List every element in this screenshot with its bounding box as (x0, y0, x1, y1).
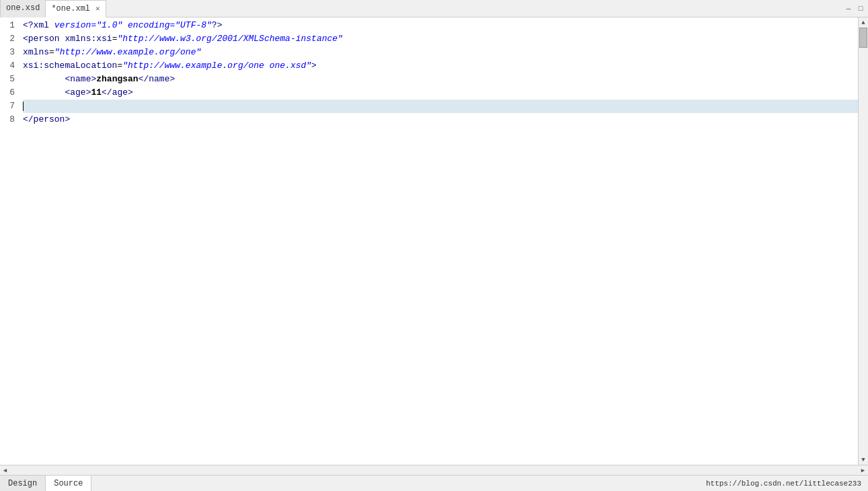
tab-source-bottom[interactable]: Source (46, 476, 91, 492)
bottom-tabs: Design Source (0, 476, 91, 492)
code-line-2: <person xmlns:xsi="http://www.w3.org/200… (23, 32, 858, 46)
maximize-button[interactable]: □ (856, 4, 865, 13)
tab-xml-close[interactable]: ✕ (95, 4, 100, 13)
bottom-bar: Design Source https://blog.csdn.net/litt… (0, 475, 868, 491)
tab-source-label: Source (54, 479, 83, 488)
scroll-left-arrow[interactable]: ◀ (0, 465, 10, 476)
vertical-scrollbar[interactable]: ▲ ▼ (858, 17, 868, 465)
line-num-2: 2 (0, 32, 15, 46)
text-cursor (23, 102, 24, 111)
code-line-8: </person> (23, 113, 858, 126)
tab-bar: one.xsd *one.xml ✕ — □ (0, 0, 868, 17)
scroll-thumb-v[interactable] (859, 28, 867, 48)
code-line-4: xsi:schemaLocation="http://www.example.o… (23, 59, 858, 73)
editor-area: 1 2 3 4 5 6 7 8 <?xml version="1.0" enco… (0, 17, 868, 465)
scroll-up-arrow[interactable]: ▲ (859, 17, 869, 28)
line-num-3: 3 (0, 46, 15, 59)
tab-xml[interactable]: *one.xml ✕ (46, 0, 106, 17)
code-line-5: <name>zhangsan</name> (23, 73, 858, 86)
line-num-6: 6 (0, 86, 15, 100)
horizontal-scrollbar[interactable]: ◀ ▶ (0, 465, 868, 475)
code-line-7 (23, 100, 858, 113)
tab-xsd-label: one.xsd (6, 3, 40, 13)
scroll-thumb-area-h (10, 465, 858, 475)
tab-design-bottom[interactable]: Design (0, 476, 46, 492)
scroll-right-arrow[interactable]: ▶ (858, 465, 868, 476)
code-editor[interactable]: <?xml version="1.0" encoding="UTF-8"?> <… (20, 17, 858, 465)
code-line-3: xmlns="http://www.example.org/one" (23, 46, 858, 59)
line-numbers: 1 2 3 4 5 6 7 8 (0, 17, 20, 465)
minimize-button[interactable]: — (844, 4, 853, 13)
tab-design-label: Design (8, 479, 37, 488)
line-num-4: 4 (0, 59, 15, 73)
line-num-1: 1 (0, 19, 15, 32)
line-num-5: 5 (0, 73, 15, 86)
tab-xsd[interactable]: one.xsd (0, 0, 46, 17)
scroll-thumb-area-v (859, 28, 868, 455)
line-num-7: 7 (0, 100, 15, 113)
line-num-8: 8 (0, 113, 15, 126)
code-line-1: <?xml version="1.0" encoding="UTF-8"?> (23, 19, 858, 32)
status-url: https://blog.csdn.net/littlecase233 (706, 480, 868, 488)
code-line-6: <age>11</age> (23, 86, 858, 100)
window-controls: — □ (844, 4, 868, 13)
tab-xml-label: *one.xml (51, 4, 90, 13)
scroll-down-arrow[interactable]: ▼ (859, 455, 869, 465)
